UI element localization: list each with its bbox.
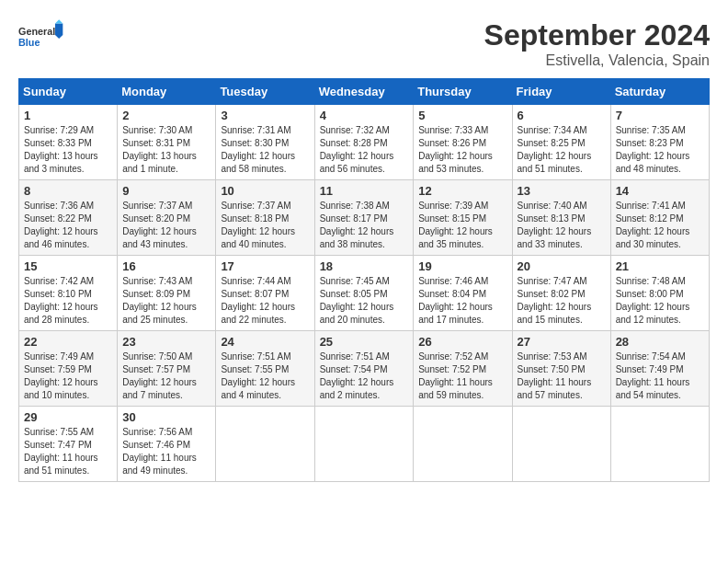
day-number: 28 bbox=[616, 335, 704, 349]
day-info: Sunrise: 7:50 AM Sunset: 7:57 PM Dayligh… bbox=[122, 350, 210, 402]
day-number: 24 bbox=[221, 335, 309, 349]
day-number: 19 bbox=[418, 259, 506, 273]
calendar-cell: 1 Sunrise: 7:29 AM Sunset: 8:33 PM Dayli… bbox=[19, 105, 118, 180]
day-info: Sunrise: 7:42 AM Sunset: 8:10 PM Dayligh… bbox=[24, 275, 112, 327]
day-info: Sunrise: 7:41 AM Sunset: 8:12 PM Dayligh… bbox=[616, 200, 704, 251]
day-info: Sunrise: 7:52 AM Sunset: 7:52 PM Dayligh… bbox=[418, 350, 506, 402]
day-info: Sunrise: 7:30 AM Sunset: 8:31 PM Dayligh… bbox=[122, 124, 210, 176]
day-header-wednesday: Wednesday bbox=[314, 79, 414, 105]
calendar-cell: 18 Sunrise: 7:45 AM Sunset: 8:05 PM Dayl… bbox=[314, 256, 414, 331]
logo: General Blue bbox=[18, 18, 64, 55]
day-info: Sunrise: 7:51 AM Sunset: 7:54 PM Dayligh… bbox=[320, 350, 409, 402]
day-number: 29 bbox=[24, 410, 112, 424]
calendar-cell: 11 Sunrise: 7:38 AM Sunset: 8:17 PM Dayl… bbox=[314, 180, 414, 256]
calendar-cell: 27 Sunrise: 7:53 AM Sunset: 7:50 PM Dayl… bbox=[512, 331, 610, 407]
day-info: Sunrise: 7:53 AM Sunset: 7:50 PM Dayligh… bbox=[518, 350, 606, 402]
day-number: 11 bbox=[320, 184, 409, 198]
calendar-cell: 28 Sunrise: 7:54 AM Sunset: 7:49 PM Dayl… bbox=[610, 331, 709, 407]
month-title: September 2024 bbox=[484, 18, 710, 52]
svg-text:General: General bbox=[18, 26, 55, 37]
calendar-cell: 25 Sunrise: 7:51 AM Sunset: 7:54 PM Dayl… bbox=[314, 331, 414, 407]
day-info: Sunrise: 7:32 AM Sunset: 8:28 PM Dayligh… bbox=[320, 124, 409, 176]
day-info: Sunrise: 7:44 AM Sunset: 8:07 PM Dayligh… bbox=[221, 275, 309, 327]
day-number: 10 bbox=[221, 184, 309, 198]
calendar-week-row: 8 Sunrise: 7:36 AM Sunset: 8:22 PM Dayli… bbox=[19, 180, 710, 256]
day-number: 2 bbox=[122, 109, 210, 122]
day-number: 7 bbox=[616, 109, 704, 122]
day-info: Sunrise: 7:29 AM Sunset: 8:33 PM Dayligh… bbox=[24, 124, 112, 176]
day-header-tuesday: Tuesday bbox=[216, 79, 314, 105]
day-number: 20 bbox=[518, 259, 606, 273]
calendar-cell: 23 Sunrise: 7:50 AM Sunset: 7:57 PM Dayl… bbox=[118, 331, 216, 407]
day-number: 23 bbox=[122, 335, 210, 349]
logo-icon: General Blue bbox=[18, 18, 64, 55]
day-header-friday: Friday bbox=[512, 79, 610, 105]
calendar-cell: 6 Sunrise: 7:34 AM Sunset: 8:25 PM Dayli… bbox=[512, 105, 610, 180]
day-number: 16 bbox=[122, 259, 210, 273]
calendar-cell bbox=[314, 407, 414, 482]
svg-marker-3 bbox=[55, 19, 63, 23]
calendar-cell: 16 Sunrise: 7:43 AM Sunset: 8:09 PM Dayl… bbox=[118, 256, 216, 331]
day-number: 5 bbox=[418, 109, 506, 122]
day-number: 14 bbox=[616, 184, 704, 198]
day-info: Sunrise: 7:40 AM Sunset: 8:13 PM Dayligh… bbox=[518, 200, 606, 251]
title-section: September 2024 Estivella, Valencia, Spai… bbox=[484, 18, 710, 69]
calendar-cell bbox=[610, 407, 709, 482]
calendar-cell: 24 Sunrise: 7:51 AM Sunset: 7:55 PM Dayl… bbox=[216, 331, 314, 407]
day-number: 15 bbox=[24, 259, 112, 273]
day-info: Sunrise: 7:54 AM Sunset: 7:49 PM Dayligh… bbox=[616, 350, 704, 402]
calendar-cell bbox=[216, 407, 314, 482]
day-header-saturday: Saturday bbox=[610, 79, 709, 105]
day-number: 9 bbox=[122, 184, 210, 198]
day-info: Sunrise: 7:39 AM Sunset: 8:15 PM Dayligh… bbox=[418, 200, 506, 251]
day-info: Sunrise: 7:51 AM Sunset: 7:55 PM Dayligh… bbox=[221, 350, 309, 402]
day-number: 12 bbox=[418, 184, 506, 198]
day-info: Sunrise: 7:55 AM Sunset: 7:47 PM Dayligh… bbox=[24, 426, 112, 477]
day-header-sunday: Sunday bbox=[19, 79, 118, 105]
day-number: 13 bbox=[518, 184, 606, 198]
calendar-week-row: 22 Sunrise: 7:49 AM Sunset: 7:59 PM Dayl… bbox=[19, 331, 710, 407]
day-header-thursday: Thursday bbox=[414, 79, 512, 105]
calendar-cell: 26 Sunrise: 7:52 AM Sunset: 7:52 PM Dayl… bbox=[414, 331, 512, 407]
day-info: Sunrise: 7:45 AM Sunset: 8:05 PM Dayligh… bbox=[320, 275, 409, 327]
calendar-week-row: 29 Sunrise: 7:55 AM Sunset: 7:47 PM Dayl… bbox=[19, 407, 710, 482]
day-info: Sunrise: 7:56 AM Sunset: 7:46 PM Dayligh… bbox=[122, 426, 210, 477]
day-info: Sunrise: 7:34 AM Sunset: 8:25 PM Dayligh… bbox=[518, 124, 606, 176]
day-number: 25 bbox=[320, 335, 409, 349]
calendar-week-row: 15 Sunrise: 7:42 AM Sunset: 8:10 PM Dayl… bbox=[19, 256, 710, 331]
day-number: 30 bbox=[122, 410, 210, 424]
day-info: Sunrise: 7:36 AM Sunset: 8:22 PM Dayligh… bbox=[24, 200, 112, 251]
calendar-cell bbox=[414, 407, 512, 482]
calendar-cell: 22 Sunrise: 7:49 AM Sunset: 7:59 PM Dayl… bbox=[19, 331, 118, 407]
day-info: Sunrise: 7:49 AM Sunset: 7:59 PM Dayligh… bbox=[24, 350, 112, 402]
day-info: Sunrise: 7:31 AM Sunset: 8:30 PM Dayligh… bbox=[221, 124, 309, 176]
page-header: General Blue September 2024 Estivella, V… bbox=[18, 18, 710, 69]
calendar-cell: 10 Sunrise: 7:37 AM Sunset: 8:18 PM Dayl… bbox=[216, 180, 314, 256]
day-info: Sunrise: 7:38 AM Sunset: 8:17 PM Dayligh… bbox=[320, 200, 409, 251]
day-info: Sunrise: 7:33 AM Sunset: 8:26 PM Dayligh… bbox=[418, 124, 506, 176]
calendar-cell: 2 Sunrise: 7:30 AM Sunset: 8:31 PM Dayli… bbox=[118, 105, 216, 180]
calendar-cell: 8 Sunrise: 7:36 AM Sunset: 8:22 PM Dayli… bbox=[19, 180, 118, 256]
calendar-cell: 21 Sunrise: 7:48 AM Sunset: 8:00 PM Dayl… bbox=[610, 256, 709, 331]
day-info: Sunrise: 7:35 AM Sunset: 8:23 PM Dayligh… bbox=[616, 124, 704, 176]
day-info: Sunrise: 7:37 AM Sunset: 8:20 PM Dayligh… bbox=[122, 200, 210, 251]
day-info: Sunrise: 7:46 AM Sunset: 8:04 PM Dayligh… bbox=[418, 275, 506, 327]
day-number: 22 bbox=[24, 335, 112, 349]
calendar-cell: 30 Sunrise: 7:56 AM Sunset: 7:46 PM Dayl… bbox=[118, 407, 216, 482]
calendar-cell: 14 Sunrise: 7:41 AM Sunset: 8:12 PM Dayl… bbox=[610, 180, 709, 256]
location-title: Estivella, Valencia, Spain bbox=[484, 52, 710, 69]
calendar-cell: 13 Sunrise: 7:40 AM Sunset: 8:13 PM Dayl… bbox=[512, 180, 610, 256]
calendar-cell: 20 Sunrise: 7:47 AM Sunset: 8:02 PM Dayl… bbox=[512, 256, 610, 331]
day-number: 8 bbox=[24, 184, 112, 198]
calendar-table: SundayMondayTuesdayWednesdayThursdayFrid… bbox=[18, 78, 710, 482]
day-info: Sunrise: 7:48 AM Sunset: 8:00 PM Dayligh… bbox=[616, 275, 704, 327]
calendar-cell: 12 Sunrise: 7:39 AM Sunset: 8:15 PM Dayl… bbox=[414, 180, 512, 256]
calendar-cell: 5 Sunrise: 7:33 AM Sunset: 8:26 PM Dayli… bbox=[414, 105, 512, 180]
calendar-cell: 9 Sunrise: 7:37 AM Sunset: 8:20 PM Dayli… bbox=[118, 180, 216, 256]
calendar-cell: 7 Sunrise: 7:35 AM Sunset: 8:23 PM Dayli… bbox=[610, 105, 709, 180]
calendar-cell: 19 Sunrise: 7:46 AM Sunset: 8:04 PM Dayl… bbox=[414, 256, 512, 331]
day-number: 1 bbox=[24, 109, 112, 122]
calendar-header-row: SundayMondayTuesdayWednesdayThursdayFrid… bbox=[19, 79, 710, 105]
calendar-cell: 15 Sunrise: 7:42 AM Sunset: 8:10 PM Dayl… bbox=[19, 256, 118, 331]
calendar-cell: 17 Sunrise: 7:44 AM Sunset: 8:07 PM Dayl… bbox=[216, 256, 314, 331]
